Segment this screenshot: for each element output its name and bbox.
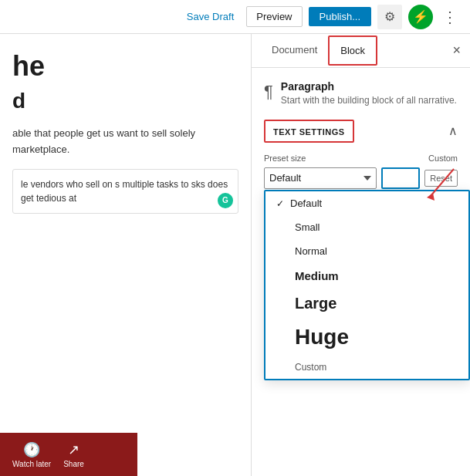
block-header: ¶ Paragraph Start with the building bloc… [264,80,458,107]
video-bar: 🕐 Watch later ↗ Share [0,433,137,476]
watch-later-button[interactable]: 🕐 Watch later [12,441,51,468]
settings-button[interactable]: ⚙ [377,5,402,29]
red-arrow [252,189,256,204]
right-panel: Document Block × ¶ Paragraph Start with … [251,34,470,476]
dropdown-item-custom[interactable]: Custom [265,356,468,379]
block-desc: Start with the building block of all nar… [281,94,457,107]
save-draft-button[interactable]: Save Draft [181,8,240,25]
share-label: Share [63,460,84,468]
preview-button[interactable]: Preview [246,6,302,27]
panel-tabs: Document Block × [252,34,470,68]
publish-button[interactable]: Publish... [309,7,371,26]
close-panel-button[interactable]: × [452,42,461,59]
preset-size-select[interactable]: Default Small Normal Medium Large Huge C… [264,167,377,189]
grammarly-icon: G [218,193,233,208]
toolbar: Save Draft Preview Publish... ⚙ ⚡ ⋮ [0,0,470,34]
custom-size-input[interactable] [381,167,420,189]
custom-label: Custom [411,154,458,163]
lightning-icon: ⚡ [413,9,428,24]
lightning-button[interactable]: ⚡ [408,5,433,29]
more-icon: ⋮ [442,8,458,25]
heading-d: d [12,89,238,113]
preset-size-label: Preset size [264,154,405,163]
watch-later-label: Watch later [12,460,51,468]
share-button[interactable]: ↗ Share [63,441,84,468]
check-icon: ✓ [276,198,284,209]
content-paragraph-1: able that people get us want to sell sol… [12,126,238,158]
clock-icon: 🕐 [23,441,40,458]
dropdown-item-huge[interactable]: Huge [265,319,468,356]
content-paragraph-2: le vendors who sell on s multiple tasks … [21,179,228,204]
heading-he: he [12,49,238,83]
content-box: le vendors who sell on s multiple tasks … [12,169,238,214]
content-area: he d able that people get us want to sel… [0,34,251,476]
panel-content: ¶ Paragraph Start with the building bloc… [252,68,470,476]
text-settings-label: Text settings [273,127,345,137]
dropdown-item-medium[interactable]: Medium [265,263,468,289]
labels-row: Preset size Custom [264,154,458,163]
text-settings-box: Text settings [264,120,354,143]
tab-block[interactable]: Block [328,35,377,66]
dropdown-item-default[interactable]: ✓ Default [265,191,468,215]
reset-button[interactable]: Reset [424,170,458,187]
collapse-icon[interactable]: ∧ [448,123,458,138]
gear-icon: ⚙ [384,9,395,24]
dropdown-item-normal[interactable]: Normal [265,239,468,263]
dropdown-item-large[interactable]: Large [265,289,468,319]
block-title: Paragraph [281,80,457,93]
text-settings-section: Text settings ∧ [264,120,458,143]
tab-document[interactable]: Document [261,36,328,65]
share-icon: ↗ [68,441,79,458]
controls-row: Default Small Normal Medium Large Huge C… [264,167,458,189]
paragraph-icon: ¶ [264,82,273,102]
more-options-button[interactable]: ⋮ [439,5,461,29]
dropdown-item-small[interactable]: Small [265,215,468,239]
preset-dropdown: ✓ Default Small Normal Medium Large H [264,190,470,380]
